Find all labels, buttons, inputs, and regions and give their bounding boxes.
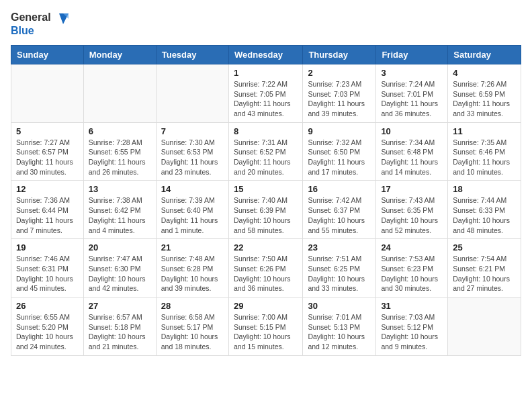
day-cell-6: 6Sunrise: 7:28 AM Sunset: 6:55 PM Daylig…	[83, 122, 156, 181]
day-cell-5: 5Sunrise: 7:27 AM Sunset: 6:57 PM Daylig…	[11, 122, 84, 181]
day-info: Sunrise: 7:03 AM Sunset: 5:12 PM Dayligh…	[381, 312, 443, 352]
week-row-4: 19Sunrise: 7:46 AM Sunset: 6:31 PM Dayli…	[11, 239, 521, 298]
day-number: 14	[161, 184, 224, 194]
day-cell-3: 3Sunrise: 7:24 AM Sunset: 7:01 PM Daylig…	[376, 64, 448, 122]
day-info: Sunrise: 7:31 AM Sunset: 6:52 PM Dayligh…	[234, 138, 298, 177]
day-number: 6	[89, 126, 151, 136]
day-info: Sunrise: 7:28 AM Sunset: 6:55 PM Dayligh…	[89, 138, 151, 177]
day-cell-12: 12Sunrise: 7:36 AM Sunset: 6:44 PM Dayli…	[11, 181, 84, 239]
day-info: Sunrise: 7:46 AM Sunset: 6:31 PM Dayligh…	[16, 254, 79, 293]
day-number: 21	[161, 242, 224, 253]
day-number: 17	[381, 184, 443, 194]
week-row-1: 1Sunrise: 7:22 AM Sunset: 7:05 PM Daylig…	[11, 64, 521, 122]
column-header-saturday: Saturday	[448, 45, 521, 64]
day-number: 1	[234, 68, 298, 78]
day-number: 13	[89, 184, 151, 194]
day-number: 25	[453, 242, 516, 253]
day-number: 11	[453, 126, 516, 136]
logo-text: General Blue	[11, 11, 69, 37]
day-info: Sunrise: 6:58 AM Sunset: 5:17 PM Dayligh…	[161, 312, 224, 352]
day-info: Sunrise: 7:23 AM Sunset: 7:03 PM Dayligh…	[308, 79, 371, 119]
day-info: Sunrise: 7:01 AM Sunset: 5:13 PM Dayligh…	[308, 312, 371, 352]
day-cell-8: 8Sunrise: 7:31 AM Sunset: 6:52 PM Daylig…	[228, 122, 302, 181]
day-info: Sunrise: 7:24 AM Sunset: 7:01 PM Dayligh…	[381, 79, 443, 119]
day-info: Sunrise: 7:40 AM Sunset: 6:39 PM Dayligh…	[234, 195, 298, 235]
day-info: Sunrise: 6:55 AM Sunset: 5:20 PM Dayligh…	[16, 312, 79, 352]
day-cell-21: 21Sunrise: 7:48 AM Sunset: 6:28 PM Dayli…	[156, 239, 228, 298]
logo: General Blue	[11, 11, 69, 37]
day-info: Sunrise: 7:36 AM Sunset: 6:44 PM Dayligh…	[16, 195, 79, 235]
day-number: 12	[16, 184, 79, 194]
logo-bird-icon	[54, 12, 69, 24]
day-number: 19	[16, 242, 79, 253]
day-number: 24	[381, 242, 443, 253]
calendar-header-row: SundayMondayTuesdayWednesdayThursdayFrid…	[11, 45, 521, 64]
day-cell-27: 27Sunrise: 6:57 AM Sunset: 5:18 PM Dayli…	[83, 297, 156, 355]
day-cell-24: 24Sunrise: 7:53 AM Sunset: 6:23 PM Dayli…	[376, 239, 448, 298]
day-info: Sunrise: 7:38 AM Sunset: 6:42 PM Dayligh…	[89, 195, 151, 235]
day-info: Sunrise: 7:54 AM Sunset: 6:21 PM Dayligh…	[453, 254, 516, 293]
day-cell-28: 28Sunrise: 6:58 AM Sunset: 5:17 PM Dayli…	[156, 297, 228, 355]
day-info: Sunrise: 6:57 AM Sunset: 5:18 PM Dayligh…	[89, 312, 151, 352]
day-info: Sunrise: 7:32 AM Sunset: 6:50 PM Dayligh…	[308, 138, 371, 177]
day-cell-17: 17Sunrise: 7:43 AM Sunset: 6:35 PM Dayli…	[376, 181, 448, 239]
day-info: Sunrise: 7:22 AM Sunset: 7:05 PM Dayligh…	[234, 79, 298, 119]
column-header-sunday: Sunday	[11, 45, 84, 64]
day-info: Sunrise: 7:42 AM Sunset: 6:37 PM Dayligh…	[308, 195, 371, 235]
day-info: Sunrise: 7:35 AM Sunset: 6:46 PM Dayligh…	[453, 138, 516, 177]
day-cell-10: 10Sunrise: 7:34 AM Sunset: 6:48 PM Dayli…	[376, 122, 448, 181]
empty-cell	[448, 297, 521, 355]
day-number: 7	[161, 126, 224, 136]
day-number: 26	[16, 301, 79, 311]
day-number: 8	[234, 126, 298, 136]
day-number: 31	[381, 301, 443, 311]
column-header-monday: Monday	[83, 45, 156, 64]
day-cell-7: 7Sunrise: 7:30 AM Sunset: 6:53 PM Daylig…	[156, 122, 228, 181]
day-info: Sunrise: 7:48 AM Sunset: 6:28 PM Dayligh…	[161, 254, 224, 293]
day-info: Sunrise: 7:50 AM Sunset: 6:26 PM Dayligh…	[234, 254, 298, 293]
day-info: Sunrise: 7:53 AM Sunset: 6:23 PM Dayligh…	[381, 254, 443, 293]
day-number: 2	[308, 68, 371, 78]
day-number: 22	[234, 242, 298, 253]
logo-general: General	[11, 11, 69, 24]
day-cell-25: 25Sunrise: 7:54 AM Sunset: 6:21 PM Dayli…	[448, 239, 521, 298]
day-cell-11: 11Sunrise: 7:35 AM Sunset: 6:46 PM Dayli…	[448, 122, 521, 181]
day-number: 28	[161, 301, 224, 311]
day-cell-31: 31Sunrise: 7:03 AM Sunset: 5:12 PM Dayli…	[376, 297, 448, 355]
day-number: 30	[308, 301, 371, 311]
column-header-thursday: Thursday	[303, 45, 376, 64]
day-cell-13: 13Sunrise: 7:38 AM Sunset: 6:42 PM Dayli…	[83, 181, 156, 239]
column-header-wednesday: Wednesday	[228, 45, 302, 64]
day-cell-19: 19Sunrise: 7:46 AM Sunset: 6:31 PM Dayli…	[11, 239, 84, 298]
column-header-friday: Friday	[376, 45, 448, 64]
day-info: Sunrise: 7:47 AM Sunset: 6:30 PM Dayligh…	[89, 254, 151, 293]
day-number: 27	[89, 301, 151, 311]
day-cell-15: 15Sunrise: 7:40 AM Sunset: 6:39 PM Dayli…	[228, 181, 302, 239]
calendar-table: SundayMondayTuesdayWednesdayThursdayFrid…	[11, 45, 521, 356]
day-number: 15	[234, 184, 298, 194]
day-cell-26: 26Sunrise: 6:55 AM Sunset: 5:20 PM Dayli…	[11, 297, 84, 355]
empty-cell	[83, 64, 156, 122]
day-info: Sunrise: 7:39 AM Sunset: 6:40 PM Dayligh…	[161, 195, 224, 235]
page-header: General Blue	[11, 11, 521, 37]
week-row-5: 26Sunrise: 6:55 AM Sunset: 5:20 PM Dayli…	[11, 297, 521, 355]
day-info: Sunrise: 7:26 AM Sunset: 6:59 PM Dayligh…	[453, 79, 516, 119]
empty-cell	[156, 64, 228, 122]
day-info: Sunrise: 7:34 AM Sunset: 6:48 PM Dayligh…	[381, 138, 443, 177]
day-cell-29: 29Sunrise: 7:00 AM Sunset: 5:15 PM Dayli…	[228, 297, 302, 355]
day-number: 9	[308, 126, 371, 136]
day-cell-18: 18Sunrise: 7:44 AM Sunset: 6:33 PM Dayli…	[448, 181, 521, 239]
day-cell-30: 30Sunrise: 7:01 AM Sunset: 5:13 PM Dayli…	[303, 297, 376, 355]
day-info: Sunrise: 7:44 AM Sunset: 6:33 PM Dayligh…	[453, 195, 516, 235]
week-row-2: 5Sunrise: 7:27 AM Sunset: 6:57 PM Daylig…	[11, 122, 521, 181]
day-cell-2: 2Sunrise: 7:23 AM Sunset: 7:03 PM Daylig…	[303, 64, 376, 122]
day-info: Sunrise: 7:51 AM Sunset: 6:25 PM Dayligh…	[308, 254, 371, 293]
day-info: Sunrise: 7:00 AM Sunset: 5:15 PM Dayligh…	[234, 312, 298, 352]
day-number: 3	[381, 68, 443, 78]
day-info: Sunrise: 7:43 AM Sunset: 6:35 PM Dayligh…	[381, 195, 443, 235]
day-info: Sunrise: 7:30 AM Sunset: 6:53 PM Dayligh…	[161, 138, 224, 177]
day-number: 29	[234, 301, 298, 311]
day-cell-22: 22Sunrise: 7:50 AM Sunset: 6:26 PM Dayli…	[228, 239, 302, 298]
day-number: 23	[308, 242, 371, 253]
day-number: 4	[453, 68, 516, 78]
